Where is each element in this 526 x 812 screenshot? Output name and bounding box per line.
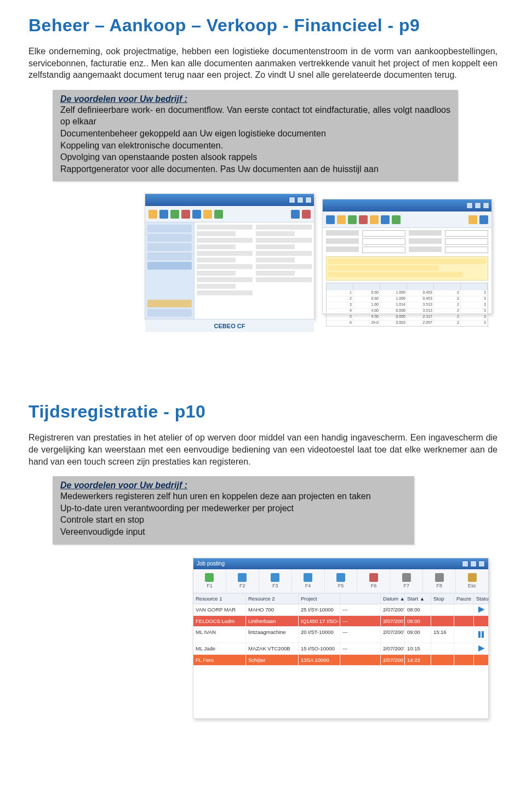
col-start[interactable]: Start ▲	[405, 593, 431, 604]
job-window-titlebar: Job posting	[193, 558, 488, 569]
job-table-row[interactable]: FELDOCS LudmLintherbaanIQ1450 17 I/SO-10…	[193, 616, 488, 627]
col-blank	[340, 593, 381, 604]
job-btn-f2[interactable]: F2	[239, 583, 245, 588]
col-status[interactable]: Status	[474, 593, 489, 604]
figure-job-posting: Job posting F1 F2 F3 F4 F5 F6 F7 F8 Esc …	[193, 558, 489, 719]
toolbar	[145, 206, 314, 222]
figure-hoofdmenu: CEBEO CF	[145, 193, 315, 319]
play-icon	[478, 645, 485, 652]
job-btn-f8[interactable]: F8	[436, 583, 442, 588]
col-resource1[interactable]: Resource 1	[193, 593, 246, 604]
job-window-title-text: Job posting	[197, 561, 225, 567]
job-btn-f5[interactable]: F5	[338, 583, 344, 588]
job-btn-f6[interactable]: F6	[371, 583, 377, 588]
play-icon	[478, 607, 485, 613]
section1-benefits-body: Zelf definieerbare work- en documentflow…	[60, 104, 450, 175]
toolbar	[323, 211, 491, 228]
col-resource2[interactable]: Resource 2	[246, 593, 299, 604]
job-table-row[interactable]: ML IVANlintzaagmachine20 I/ST-10000---2/…	[193, 627, 488, 643]
section1-benefits-heading: De voordelen voor Uw bedrijf :	[60, 94, 450, 104]
section1-intro: Elke onderneming, ook projectmatige, heb…	[28, 45, 498, 81]
section2-benefits-box: De voordelen voor Uw bedrijf : Medewerke…	[53, 476, 414, 544]
window-titlebar	[323, 199, 491, 211]
job-btn-esc[interactable]: Esc	[468, 583, 476, 588]
col-datum[interactable]: Datum ▲	[381, 593, 405, 604]
job-table-body: VAN GORP MARMAHO 70025 I/SY-10000---2/07…	[193, 604, 488, 666]
section2-benefits-body: Medewerkers registeren zelf hun uren en …	[60, 490, 407, 537]
section2-benefits-heading: De voordelen voor Uw bedrijf :	[60, 481, 407, 490]
job-table-row[interactable]: ML JadeMAZAK VTC200B15 I/SO-10000---2/07…	[193, 643, 488, 655]
job-btn-f4[interactable]: F4	[305, 583, 311, 588]
section2-title: Tijdsregistratie - p10	[28, 402, 498, 422]
figure-project-detail: 10.601.0090.45323 20.601.0090.45323 31.6…	[322, 199, 492, 314]
section1-benefits-box: De voordelen voor Uw bedrijf : Zelf defi…	[53, 90, 458, 182]
section1-title: Beheer – Aankoop – Verkoop - Financieel …	[28, 15, 498, 36]
figure1-footer: CEBEO CF	[145, 319, 314, 332]
section2-intro: Registreren van prestaties in het atelie…	[28, 432, 498, 467]
section1-figures: CEBEO CF 10.601.0090.45323 20.601.	[28, 193, 498, 319]
col-project[interactable]: Project	[299, 593, 340, 604]
job-table-row[interactable]: FL FeroSchijter13SA 100002/07/200714:22	[193, 655, 488, 666]
col-stop[interactable]: Stop	[431, 593, 454, 604]
job-table-row[interactable]: VAN GORP MARMAHO 70025 I/SY-10000---2/07…	[193, 604, 488, 616]
window-titlebar	[145, 194, 314, 206]
job-btn-f7[interactable]: F7	[404, 583, 410, 588]
job-table-header: Resource 1 Resource 2 Project Datum ▲ St…	[193, 593, 488, 604]
col-pauze[interactable]: Pauze	[454, 593, 474, 604]
job-btn-f3[interactable]: F3	[272, 583, 278, 588]
job-btn-f1[interactable]: F1	[207, 583, 213, 588]
pause-icon	[476, 629, 487, 641]
job-toolbar: F1 F2 F3 F4 F5 F6 F7 F8 Esc	[193, 569, 488, 593]
